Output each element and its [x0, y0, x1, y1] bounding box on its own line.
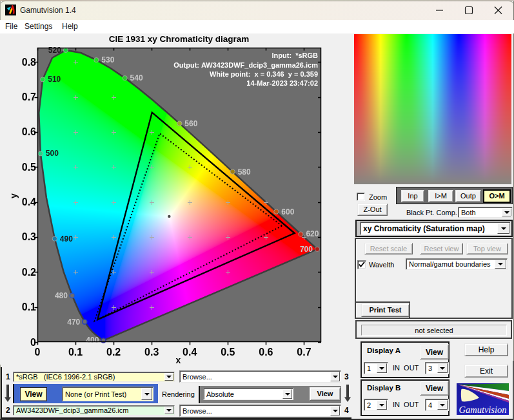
svg-text:Gamutvision: Gamutvision: [459, 404, 507, 415]
